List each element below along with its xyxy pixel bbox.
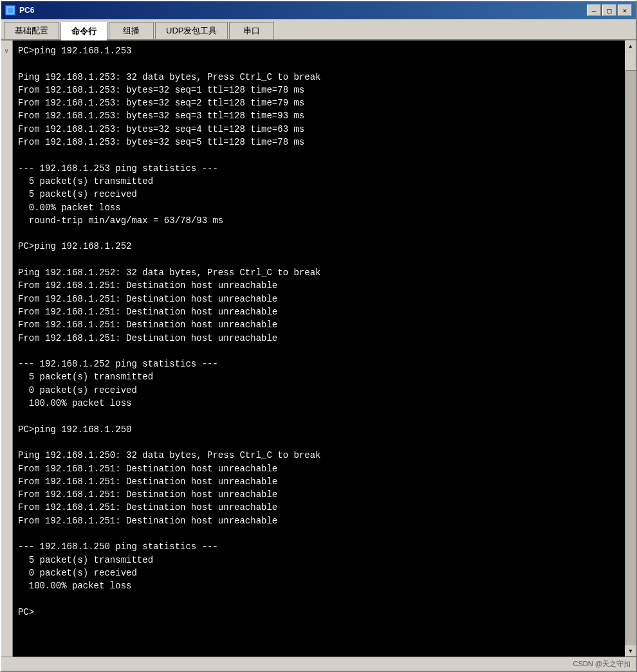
- title-bar: PC6 — □ ✕: [1, 1, 636, 19]
- window-icon: [5, 5, 15, 15]
- svg-rect-1: [8, 8, 12, 12]
- minimize-button[interactable]: —: [587, 5, 601, 16]
- window-title: PC6: [19, 6, 34, 15]
- maximize-button[interactable]: □: [602, 5, 616, 16]
- scrollbar: ▲ ▼: [625, 41, 636, 657]
- status-bar: CSDN @天之守扣: [1, 657, 636, 671]
- tab-udp-tool[interactable]: UDP发包工具: [155, 22, 228, 39]
- tab-serial[interactable]: 串口: [229, 22, 274, 39]
- tab-bar: 基础配置 命令行 组播 UDP发包工具 串口: [1, 19, 636, 41]
- scroll-thumb[interactable]: [625, 51, 636, 71]
- window: PC6 — □ ✕ 基础配置 命令行 组播 UDP发包工具 串口 ⊳ PC>pi…: [0, 0, 637, 672]
- scroll-up-button[interactable]: ▲: [625, 41, 636, 51]
- watermark-text: CSDN @天之守扣: [573, 659, 631, 669]
- scroll-track[interactable]: [625, 51, 636, 646]
- content-area: ⊳ PC>ping 192.168.1.253 Ping 192.168.1.2…: [1, 41, 636, 657]
- left-gutter: ⊳: [1, 41, 13, 657]
- tab-basic-config[interactable]: 基础配置: [4, 22, 59, 39]
- terminal-wrapper: PC>ping 192.168.1.253 Ping 192.168.1.253…: [13, 41, 625, 657]
- title-bar-left: PC6: [5, 5, 34, 15]
- title-buttons: — □ ✕: [587, 5, 632, 16]
- tab-command-line[interactable]: 命令行: [60, 22, 107, 41]
- tab-multicast[interactable]: 组播: [109, 22, 154, 39]
- close-button[interactable]: ✕: [618, 5, 632, 16]
- scroll-down-button[interactable]: ▼: [625, 646, 636, 657]
- terminal-output[interactable]: PC>ping 192.168.1.253 Ping 192.168.1.253…: [13, 41, 625, 657]
